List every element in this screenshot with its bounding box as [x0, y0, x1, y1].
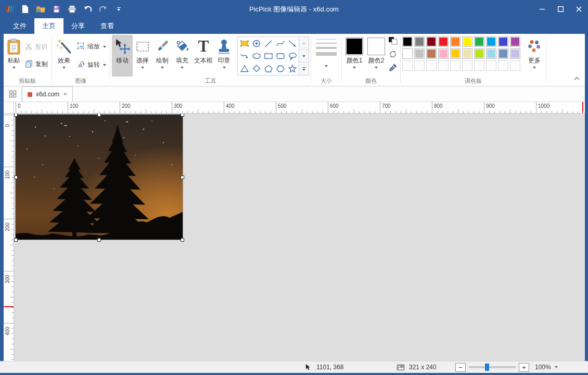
- select-dropdown[interactable]: [141, 67, 144, 69]
- shape-circle-plus[interactable]: [250, 38, 262, 50]
- shape-speech-bubble[interactable]: [286, 50, 298, 63]
- shape-star[interactable]: [286, 63, 298, 75]
- shape-triangle[interactable]: [238, 63, 250, 75]
- eyedropper-icon[interactable]: [388, 63, 398, 74]
- palette-swatch[interactable]: [510, 48, 520, 59]
- selection-handle[interactable]: [97, 238, 101, 242]
- palette-swatch-empty[interactable]: [486, 60, 496, 71]
- shape-rectangle[interactable]: [262, 50, 274, 63]
- photo-image[interactable]: [16, 115, 183, 240]
- palette-swatch[interactable]: [438, 48, 449, 59]
- effects-dropdown[interactable]: [62, 67, 66, 69]
- color1-dropdown[interactable]: [353, 67, 356, 69]
- shape-highlight-rect[interactable]: [238, 38, 250, 50]
- palette-swatch[interactable]: [450, 48, 461, 59]
- more-colors-dropdown[interactable]: [533, 67, 536, 69]
- selection-handle[interactable]: [181, 176, 184, 179]
- palette-swatch[interactable]: [474, 36, 484, 47]
- line-size-icon[interactable]: [316, 35, 337, 56]
- selection-handle[interactable]: [181, 114, 184, 117]
- palette-swatch[interactable]: [498, 36, 508, 47]
- palette-swatch-empty[interactable]: [402, 60, 413, 71]
- tab-home[interactable]: 主页: [34, 18, 63, 34]
- selection-handle[interactable]: [97, 114, 101, 117]
- palette-swatch-empty[interactable]: [426, 60, 437, 71]
- collapse-ribbon-icon[interactable]: [574, 73, 580, 83]
- paste-dropdown[interactable]: [12, 67, 16, 69]
- color1-button[interactable]: 颜色1: [343, 35, 365, 77]
- horizontal-ruler[interactable]: 01002003004005006007008009001000: [14, 102, 585, 114]
- maximize-icon[interactable]: [552, 0, 570, 18]
- redo-icon[interactable]: [98, 4, 108, 15]
- size-dropdown[interactable]: [325, 65, 328, 67]
- draw-tool-button[interactable]: 绘制: [152, 35, 172, 77]
- palette-swatch-empty[interactable]: [510, 60, 520, 71]
- palette-swatch[interactable]: [462, 48, 472, 59]
- palette-swatch[interactable]: [486, 36, 496, 47]
- swap-colors-icon[interactable]: [388, 36, 398, 47]
- palette-swatch-empty[interactable]: [438, 60, 449, 71]
- print-icon[interactable]: [67, 4, 77, 15]
- tab-view[interactable]: 查看: [93, 18, 122, 34]
- copy-button[interactable]: 复制: [25, 60, 48, 69]
- selection-handle[interactable]: [14, 114, 18, 117]
- fill-tool-button[interactable]: 填充: [172, 35, 192, 77]
- fill-dropdown[interactable]: [181, 67, 184, 69]
- canvas[interactable]: [14, 114, 585, 361]
- selection-handle[interactable]: [14, 238, 18, 242]
- vertical-ruler[interactable]: 0100200300400: [4, 114, 14, 361]
- palette-swatch-empty[interactable]: [474, 60, 484, 71]
- reset-colors-icon[interactable]: [388, 49, 398, 61]
- palette-swatch-empty[interactable]: [498, 60, 508, 71]
- color2-dropdown[interactable]: [375, 67, 378, 69]
- zoom-in-button[interactable]: +: [519, 363, 529, 372]
- tab-file[interactable]: 文件: [5, 18, 34, 34]
- palette-swatch[interactable]: [414, 36, 425, 47]
- save-icon[interactable]: [51, 4, 61, 15]
- shape-line[interactable]: [262, 38, 274, 50]
- selection-handle[interactable]: [181, 238, 184, 242]
- draw-dropdown[interactable]: [161, 67, 164, 69]
- palette-swatch[interactable]: [402, 36, 413, 47]
- paste-button[interactable]: 粘贴: [5, 35, 23, 77]
- rotate-dropdown[interactable]: [103, 64, 106, 66]
- rotate-button[interactable]: 旋转: [76, 60, 106, 70]
- shapes-more-icon[interactable]: [299, 63, 309, 75]
- open-file-icon[interactable]: [35, 4, 46, 15]
- palette-swatch[interactable]: [438, 36, 449, 47]
- minimize-icon[interactable]: [533, 0, 552, 18]
- zoom-level[interactable]: 100%: [535, 361, 551, 373]
- undo-icon[interactable]: [82, 4, 93, 15]
- tab-grid-icon[interactable]: [4, 86, 22, 102]
- stamp-dropdown[interactable]: [223, 67, 226, 69]
- close-icon[interactable]: [570, 0, 588, 18]
- palette-swatch[interactable]: [426, 36, 437, 47]
- palette-swatch[interactable]: [414, 48, 425, 59]
- palette-swatch[interactable]: [510, 36, 520, 47]
- stamp-tool-button[interactable]: 印章: [215, 35, 233, 77]
- palette-swatch-empty[interactable]: [462, 60, 472, 71]
- resize-button[interactable]: 缩放: [76, 42, 106, 52]
- palette-swatch[interactable]: [498, 48, 508, 59]
- palette-swatch-empty[interactable]: [414, 60, 425, 71]
- textbox-tool-button[interactable]: T 文本框: [192, 35, 215, 77]
- palette-swatch[interactable]: [486, 48, 496, 59]
- zoom-level-dropdown[interactable]: [555, 366, 558, 368]
- palette-swatch[interactable]: [402, 48, 413, 59]
- shape-diamond[interactable]: [250, 63, 262, 75]
- palette-swatch[interactable]: [462, 36, 472, 47]
- shape-ellipse[interactable]: [250, 50, 262, 63]
- zoom-slider-handle[interactable]: [485, 364, 489, 371]
- new-document-icon[interactable]: [20, 4, 30, 15]
- palette-swatch[interactable]: [426, 48, 437, 59]
- shape-curve[interactable]: [274, 38, 286, 50]
- palette-swatch-empty[interactable]: [450, 60, 461, 71]
- shape-arrow-line[interactable]: [286, 38, 298, 50]
- shapes-scroll-down-icon[interactable]: [299, 50, 309, 63]
- cut-button[interactable]: 剪切: [25, 43, 48, 52]
- resize-dropdown[interactable]: [103, 46, 106, 48]
- color2-button[interactable]: 颜色2: [365, 35, 387, 77]
- shape-curve-arrow[interactable]: [238, 50, 250, 63]
- zoom-slider[interactable]: [469, 366, 516, 368]
- shape-rounded-rectangle[interactable]: [274, 50, 286, 63]
